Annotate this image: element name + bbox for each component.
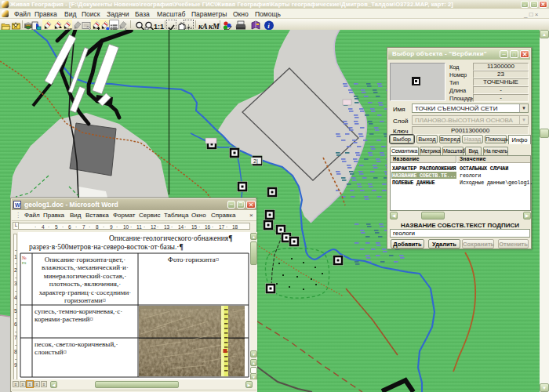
svg-text:2|: 2| (253, 158, 258, 165)
svg-text:1:1: 1:1 (154, 23, 164, 31)
